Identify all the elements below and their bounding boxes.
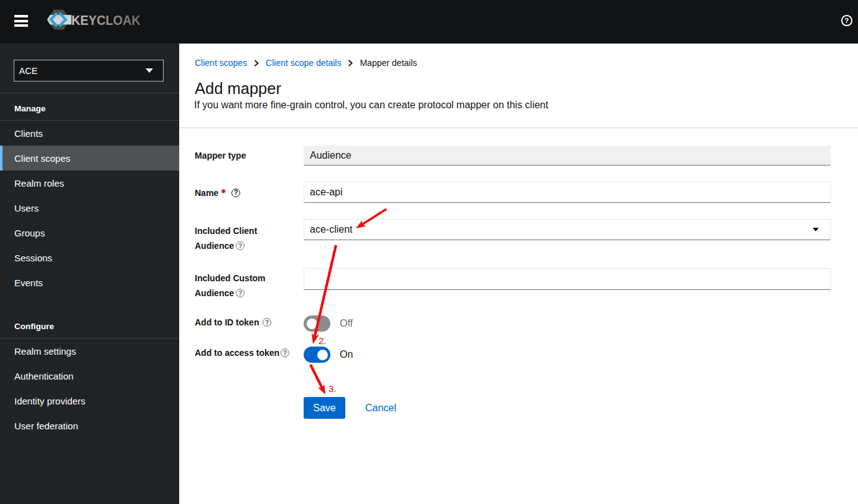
svg-text:KEYCLOAK: KEYCLOAK: [72, 13, 141, 28]
